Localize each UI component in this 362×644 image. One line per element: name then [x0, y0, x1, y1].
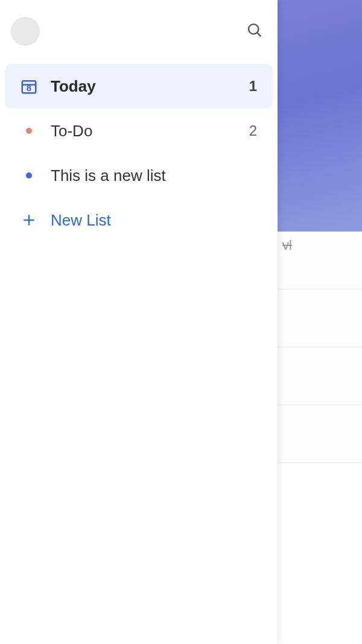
sidebar-item-label: Today — [51, 77, 249, 96]
background-task-row[interactable] — [278, 405, 362, 463]
list-bullet-icon — [17, 172, 41, 178]
sidebar-item-label: To-Do — [51, 122, 249, 140]
background-task-row[interactable] — [278, 347, 362, 405]
svg-point-0 — [249, 24, 258, 34]
sidebar-header — [0, 17, 278, 64]
background-task-text: vl — [282, 238, 292, 253]
search-button[interactable] — [243, 19, 267, 43]
sidebar-item-count: 2 — [249, 122, 261, 139]
sidebar-drawer: 8 Today 1 To-Do 2 This is a new list New… — [0, 0, 278, 644]
sidebar-item-todo[interactable]: To-Do 2 — [5, 109, 273, 153]
avatar[interactable] — [11, 17, 40, 46]
sidebar-item-label: This is a new list — [51, 166, 257, 185]
new-list-button[interactable]: New List — [5, 198, 273, 242]
search-icon — [246, 22, 263, 41]
background-task-row[interactable] — [278, 463, 362, 644]
svg-text:8: 8 — [27, 83, 31, 93]
background-task-row[interactable]: vl — [278, 232, 362, 289]
sidebar-item-custom-list[interactable]: This is a new list — [5, 153, 273, 198]
svg-line-1 — [257, 33, 261, 36]
sidebar-item-today[interactable]: 8 Today 1 — [5, 64, 273, 109]
sidebar-item-count: 1 — [249, 78, 261, 95]
list-bullet-icon — [17, 128, 41, 134]
calendar-today-icon: 8 — [17, 77, 41, 95]
background-task-row[interactable] — [278, 289, 362, 347]
background-header-gradient — [278, 0, 362, 232]
new-list-label: New List — [51, 211, 111, 230]
plus-icon — [17, 212, 41, 228]
